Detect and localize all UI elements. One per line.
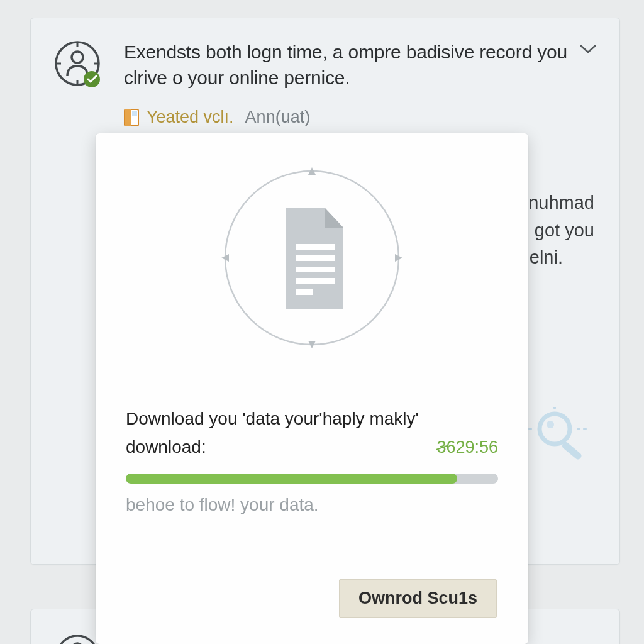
download-progress-bar [126,474,498,484]
status-row: Yeated vclı. Ann(uat) [124,108,597,127]
svg-point-13 [540,414,570,444]
svg-rect-26 [296,289,313,295]
svg-rect-25 [296,278,335,284]
download-subtext: behoe to flow! your data. [126,495,498,515]
document-small-icon [124,109,139,126]
svg-rect-23 [296,255,335,261]
svg-rect-24 [296,267,335,272]
panel-body-text: snuhmad n got you helni. [519,189,594,272]
svg-rect-22 [296,244,335,250]
svg-point-5 [72,52,83,63]
download-time-remaining: 3629:56 [436,438,498,457]
panel-header: Exendsts both logn time, a ompre badisiv… [53,40,597,91]
svg-rect-9 [132,111,137,116]
status-sublabel: Ann(uat) [245,108,311,127]
magnifier-icon [520,407,589,464]
svg-rect-8 [125,109,131,126]
svg-point-14 [547,421,554,428]
status-label: Yeated vclı. [147,108,234,127]
panel-title: Exendsts both logn time, a ompre badisiv… [124,40,597,91]
download-modal: Download you 'data your'haply makly' dow… [96,133,528,644]
user-target-check-icon [53,40,105,91]
modal-body: Download you 'data your'haply makly' dow… [96,406,528,515]
download-title-line1: Download you 'data your'haply makly' [126,406,498,432]
svg-rect-15 [561,441,583,461]
chevron-down-icon[interactable] [579,43,597,55]
document-target-icon [218,164,406,352]
download-action-button[interactable]: Ownrod Scu1s [339,579,497,618]
download-progress-fill [126,474,457,484]
download-title-line2: download: [126,435,206,460]
